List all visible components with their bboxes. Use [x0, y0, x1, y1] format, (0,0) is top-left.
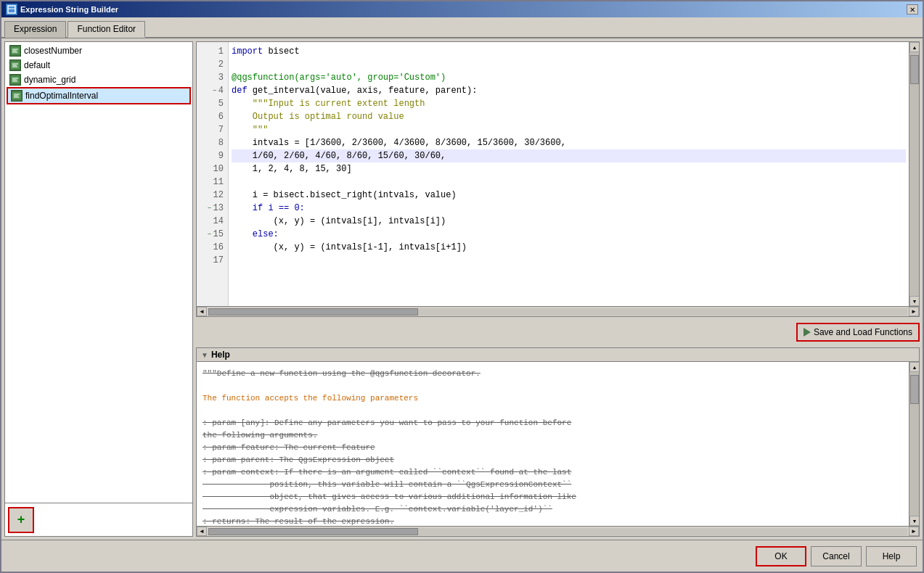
- help-line-0: """Define a new function using the @qgsf…: [203, 368, 903, 380]
- window-title: Expression String Builder: [20, 5, 118, 14]
- svg-rect-0: [8, 6, 15, 13]
- close-button[interactable]: ✕: [907, 4, 918, 15]
- function-icon-dynamic-grid: [9, 74, 21, 86]
- code-line-11: [232, 176, 906, 189]
- help-line-10: object, that gives access to various add…: [203, 491, 903, 503]
- help-line-3: [203, 405, 903, 417]
- add-function-button[interactable]: +: [8, 507, 34, 533]
- line-num-1: 1: [197, 45, 228, 58]
- line-num-3: 3: [197, 71, 228, 84]
- help-line-9: position, this variable will contain a `…: [203, 479, 903, 491]
- line-num-13: –13: [197, 202, 228, 215]
- code-line-16: (x, y) = (intvals[i-1], intvals[i+1]): [232, 241, 906, 254]
- line-num-16: 16: [197, 241, 228, 254]
- code-line-12: i = bisect.bisect_right(intvals, value): [232, 189, 906, 202]
- code-line-5: """Input is current extent length: [232, 97, 906, 110]
- editor-horizontal-scrollbar[interactable]: ◄ ►: [197, 306, 919, 316]
- code-line-4: def get_interval(value, axis, feature, p…: [232, 84, 906, 97]
- help-scroll-left-button[interactable]: ◄: [197, 527, 207, 536]
- editor-vertical-scrollbar[interactable]: ▲ ▼: [909, 42, 919, 306]
- line-num-12: 12: [197, 189, 228, 202]
- function-label-closestNumber: closestNumber: [24, 46, 82, 56]
- help-scrollbar-down[interactable]: ▼: [909, 516, 919, 526]
- function-icon-default: [9, 59, 21, 71]
- right-panel: 1 2 3 –4 5 6 7 8 9 10 11 12: [196, 41, 920, 537]
- line-num-9: 9: [197, 149, 228, 162]
- help-h-scrollbar-thumb[interactable]: [208, 528, 418, 535]
- tab-expression[interactable]: Expression: [4, 21, 66, 38]
- scroll-right-button[interactable]: ►: [909, 307, 919, 316]
- function-icon-closestNumber: [9, 45, 21, 57]
- help-arrow-icon: ▼: [201, 351, 208, 359]
- cancel-button[interactable]: Cancel: [811, 546, 862, 566]
- help-line-4: : param [any]: Define any parameters you…: [203, 417, 903, 429]
- line-num-10: 10: [197, 162, 228, 176]
- function-label-dynamic-grid: dynamic_grid: [24, 75, 75, 85]
- help-horizontal-scrollbar[interactable]: ◄ ►: [197, 526, 919, 536]
- title-bar: Expression String Builder ✕: [1, 1, 923, 17]
- code-line-8: intvals = [1/3600, 2/3600, 4/3600, 8/360…: [232, 136, 906, 149]
- line-num-15: –15: [197, 228, 228, 241]
- code-line-6: Output is optimal round value: [232, 110, 906, 123]
- arrow-icon-15: –: [208, 228, 212, 241]
- play-icon: [804, 328, 811, 337]
- code-line-2: [232, 58, 906, 71]
- code-line-13: if i == 0:: [232, 202, 906, 215]
- arrow-icon-4: –: [213, 84, 217, 97]
- help-scrollbar-up[interactable]: ▲: [909, 362, 919, 372]
- code-editor[interactable]: import bisect @qgsfunction(args='auto', …: [229, 42, 909, 306]
- help-line-6: : param feature: The current feature: [203, 442, 903, 454]
- function-label-findOptimalInterval: findOptimalInterval: [25, 91, 98, 101]
- main-window: Expression String Builder ✕ Expression F…: [0, 0, 924, 573]
- list-item-dynamic-grid[interactable]: dynamic_grid: [7, 73, 191, 87]
- h-scrollbar-track[interactable]: [208, 308, 907, 316]
- scrollbar-track[interactable]: [909, 52, 919, 296]
- line-num-6: 6: [197, 110, 228, 123]
- help-area: ▼ Help """Define a new function using th…: [196, 347, 920, 537]
- help-line-11: expression variables. E.g. ``context.var…: [203, 503, 903, 516]
- scroll-left-button[interactable]: ◄: [197, 307, 207, 316]
- help-h-scrollbar-track[interactable]: [208, 528, 907, 535]
- help-line-7: : param parent: The QgsExpression object: [203, 454, 903, 466]
- code-line-3: @qgsfunction(args='auto', group='Custom'…: [232, 71, 906, 84]
- help-content[interactable]: """Define a new function using the @qgsf…: [197, 362, 909, 526]
- help-line-1: [203, 380, 903, 392]
- help-line-5: the following arguments.: [203, 429, 903, 442]
- code-editor-area: 1 2 3 –4 5 6 7 8 9 10 11 12: [196, 41, 920, 317]
- list-item-closestNumber[interactable]: closestNumber: [7, 44, 191, 58]
- tab-function-editor[interactable]: Function Editor: [68, 21, 145, 38]
- function-icon-findOptimalInterval: [11, 90, 23, 102]
- tab-bar: Expression Function Editor: [1, 17, 923, 38]
- save-load-area: Save and Load Functions: [196, 320, 920, 345]
- help-vertical-scrollbar[interactable]: ▲ ▼: [909, 362, 919, 526]
- main-content: closestNumber default: [1, 38, 923, 540]
- help-title: Help: [211, 350, 230, 360]
- line-num-8: 8: [197, 136, 228, 149]
- line-num-2: 2: [197, 58, 228, 71]
- scrollbar-thumb[interactable]: [910, 55, 919, 84]
- help-scrollbar-thumb[interactable]: [910, 375, 919, 404]
- bottom-bar: OK Cancel Help: [1, 540, 923, 572]
- help-line-12: : returns: The result of the expression.: [203, 516, 903, 526]
- help-scrollbar-track[interactable]: [909, 372, 919, 516]
- scrollbar-up-button[interactable]: ▲: [909, 42, 919, 52]
- help-line-8: : param context: If there is an argument…: [203, 466, 903, 479]
- help-header: ▼ Help: [197, 348, 919, 362]
- scrollbar-down-button[interactable]: ▼: [909, 296, 919, 306]
- save-load-button[interactable]: Save and Load Functions: [796, 323, 920, 342]
- line-numbers: 1 2 3 –4 5 6 7 8 9 10 11 12: [197, 42, 229, 306]
- help-button[interactable]: Help: [866, 546, 917, 566]
- h-scrollbar-thumb[interactable]: [208, 308, 418, 316]
- list-item-default[interactable]: default: [7, 58, 191, 73]
- code-line-15: else:: [232, 228, 906, 241]
- left-panel: closestNumber default: [4, 41, 193, 537]
- code-line-9: 1/60, 2/60, 4/60, 8/60, 15/60, 30/60,: [232, 149, 906, 162]
- ok-button[interactable]: OK: [756, 546, 806, 566]
- left-bottom-bar: +: [5, 503, 192, 536]
- line-num-5: 5: [197, 97, 228, 110]
- arrow-icon-13: –: [208, 202, 212, 215]
- list-item-findOptimalInterval[interactable]: findOptimalInterval: [7, 87, 191, 104]
- function-list: closestNumber default: [5, 42, 192, 503]
- help-scroll-right-button[interactable]: ►: [909, 527, 919, 536]
- function-label-default: default: [24, 60, 50, 70]
